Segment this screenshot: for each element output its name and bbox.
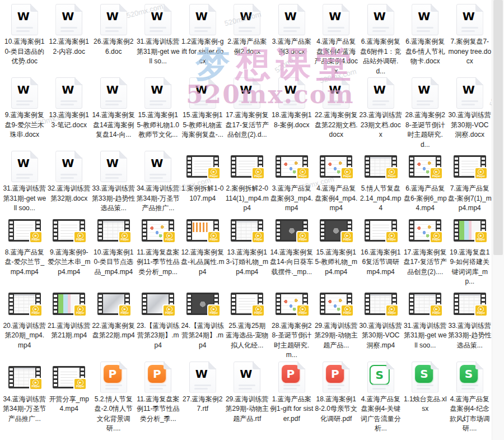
file-item[interactable]: W 34.蓝海训练营第34期-万圣节产品推广...	[136, 151, 180, 214]
file-name-label: 4.蓝海产品复盘案例4-纪念款风灯市场调研....	[448, 395, 492, 434]
file-item[interactable]: W 10.蓝海案例10-类目选品的优势.doc	[2, 4, 46, 67]
text-line-decoration	[461, 27, 478, 29]
file-item[interactable]: Player 14.蓝海案例复盘14-向日葵车载摆件._mp...	[269, 215, 314, 277]
app-logo-icon: W	[59, 7, 77, 25]
app-logo-icon: W	[371, 81, 389, 99]
file-item[interactable]: W 26.蓝海案例26.doc	[91, 4, 136, 57]
file-item[interactable]: Player 6.蓝海产品复盘6-案例6_mp4.mp4	[403, 151, 447, 214]
file-icon: Player	[409, 215, 441, 246]
file-item[interactable]: Player 23.【蓝海训练营第23期】.mp4	[136, 289, 180, 351]
file-icon: W	[412, 78, 438, 108]
file-item[interactable]: W 27.蓝海案例27.rtf	[180, 362, 225, 414]
app-logo-icon: W	[237, 7, 255, 25]
file-item[interactable]: Player 24.【蓝海训练营第24期】.mp4	[180, 289, 225, 351]
file-name-label: 23.【蓝海训练营第23期】.mp4	[136, 321, 180, 351]
text-line-decoration	[417, 100, 433, 102]
file-item[interactable]: W 31.蓝海训练营第31期-get well soo...	[2, 151, 46, 214]
file-item[interactable]: W 17.蓝海案例复盘17-复活节产品创意(2).d...	[225, 78, 269, 140]
file-item[interactable]: P 11.蓝海复盘案例11-季节性品类分析_季...	[136, 362, 180, 424]
file-item[interactable]: W 33.蓝海训练营第33期-趋势性选品策...	[91, 151, 136, 214]
text-line-decoration	[60, 177, 74, 179]
file-item[interactable]: P 1.蓝海产品案例1-gift for sister.pdf	[269, 362, 314, 424]
file-item[interactable]: Player 28.蓝海案例28-圣诞节倒计时主题研究.m...	[269, 289, 314, 360]
document-page-icon: W	[11, 151, 38, 182]
file-item[interactable]: Player 13.蓝海案例13-订婚礼物_mp4.mp4	[225, 215, 269, 277]
file-item[interactable]: Player 8.蓝海产品复盘-爱尔兰节_mp4.mp4	[2, 215, 46, 277]
file-item[interactable]: W 15.蓝海案例15-教师礼物1.0 教师节文化...	[136, 78, 180, 140]
player-badge-label: Player	[432, 312, 441, 315]
file-item[interactable]: Player 3.蓝海产品复盘案例3_mp4.mp4	[269, 151, 314, 214]
text-line-decoration	[60, 27, 77, 29]
file-item[interactable]: W 6.蓝海案例复盘6-情人节礼物卡.docx	[403, 4, 447, 67]
document-page-icon: W	[189, 362, 216, 393]
file-item[interactable]: Player 20.蓝海训练营第20期_mp4.mp4	[2, 289, 46, 351]
video-file-icon: Player	[454, 155, 486, 178]
file-item[interactable]: Player 4.蓝海产品复盘案例4_mp4.mp4	[314, 151, 358, 214]
file-item[interactable]: W 1.2蓝海案例-gift for sister.docx	[180, 4, 225, 67]
file-item[interactable]: W 6.蓝海案例复盘6附件1：竞品站外调研.d...	[358, 4, 403, 76]
file-name-label: 15.蓝海案例15-教师礼物_mp4.mp4	[314, 248, 358, 277]
file-item[interactable]: Player 31.蓝海训练营第31期-get well soo...	[403, 289, 447, 351]
file-item[interactable]: W 22.蓝海案例复盘第22期文档.docx	[314, 78, 358, 140]
file-item[interactable]: Player 开营分享_mp4.mp4	[47, 362, 91, 414]
file-item[interactable]: Player 7.蓝海产品复盘-案例7(1)_mp4.mp4	[447, 151, 492, 214]
file-item[interactable]: Player 17.蓝海案例复盘17-复活节产品创意(2)....	[403, 215, 447, 277]
file-item[interactable]: W 23.蓝海训练营23期文档.docx	[358, 78, 403, 140]
file-item[interactable]: S 1.1烛台竞品.xlsx	[403, 362, 447, 414]
file-item[interactable]: Player 22.蓝海案例复盘第22期.mp4	[91, 289, 136, 341]
file-item[interactable]: Player 25.蓝海25期 蓝海选品-宠物拟人化经...	[225, 289, 269, 351]
file-item[interactable]: Player 33.蓝海训练营第33期-趋势性选品策...	[447, 289, 492, 351]
file-item[interactable]: W 2.蓝海产品案例2.docx	[225, 4, 269, 57]
file-item[interactable]: P 5.2.情人节复盘-2.0情人节文化背景调研....	[91, 362, 136, 434]
file-item[interactable]: Player 9.蓝海案例9-爱尔兰木串_mp4.mp4	[47, 215, 91, 277]
file-item[interactable]: W 32.蓝海训练营第32期.docx	[47, 151, 91, 203]
file-item[interactable]: W 3.蓝海产品案例3.docx	[269, 4, 314, 57]
file-item[interactable]: Player 19.蓝海复盘19-如何搭建关键词词库_mp...	[447, 215, 492, 287]
file-item[interactable]: S 4.蓝海产品复盘案例4-纪念款风灯市场调研....	[447, 362, 492, 434]
file-item[interactable]: S 4.蓝海产品复盘案例4-关键词广告流量分析...	[358, 362, 403, 434]
file-name-label: 8.蓝海产品复盘-爱尔兰节_mp4.mp4	[3, 248, 46, 277]
file-item[interactable]: Player 11.蓝海复盘案例11-季节性品类分析_mp...	[136, 215, 180, 277]
file-name-label: 21.蓝海训练营第21期.mp4	[47, 321, 91, 341]
file-item[interactable]: Player 2.案例拆解2-0114(1)_mp4.mp4	[225, 151, 269, 214]
file-icon: Player	[186, 289, 219, 319]
file-item[interactable]: W 7.案例复盘7-money tree.docx	[447, 4, 492, 67]
file-item[interactable]: Player 1.案例拆解1-0107.mp4	[180, 151, 225, 203]
file-item[interactable]: Player 21.蓝海训练营第21期.mp4	[47, 289, 91, 341]
text-line-decoration	[60, 30, 74, 32]
file-item[interactable]: Player 16.蓝海案例16复活节调研 mp4.mp4	[358, 215, 403, 277]
file-item[interactable]: W 12.蓝海案例12-内容.doc	[47, 4, 91, 57]
film-holes-icon	[410, 294, 413, 313]
file-item[interactable]: W 4.蓝海产品复盘案例4-蓝海产品案例4.docx	[314, 4, 358, 76]
app-logo-icon: W	[460, 81, 478, 99]
file-item[interactable]: W 18.蓝海案例18-案例.docx	[269, 78, 314, 130]
file-item[interactable]: W 13.蓝海案例13-笔记.docx	[47, 78, 91, 130]
file-item[interactable]: W 28.蓝海案例28-圣诞节倒计时主题研究.d...	[403, 78, 447, 150]
text-line-decoration	[16, 100, 33, 102]
file-item[interactable]: Player 30.蓝海训练营第30期-VOC洞察.mp4	[358, 289, 403, 351]
file-item[interactable]: W 29.蓝海训练营第29期-动物主题产品.rtf	[225, 362, 269, 424]
file-item[interactable]: Player 5.情人节复盘 2.14_mp4.mp4	[358, 151, 403, 214]
play-icon	[478, 306, 484, 312]
file-item[interactable]: W 15.蓝海案例15-教师礼物蓝海案例复盘-...	[180, 78, 225, 140]
file-item[interactable]: Player 15.蓝海案例15-教师礼物_mp4.mp4	[314, 215, 358, 277]
file-item[interactable]: Player 34.蓝海训练营第34期-万圣节产品推广...	[2, 362, 46, 424]
file-item[interactable]: Player 29.蓝海训练营第29期-动物主题产品...	[314, 289, 358, 351]
file-item[interactable]: W 14.蓝海案例复盘14蓝海案例复盘14-向...	[91, 78, 136, 140]
file-item[interactable]: P 18.蓝海案例18-2.0母亲节文化调研.pdf	[314, 362, 358, 424]
file-item[interactable]: Player 10.蓝海案例10-类目节点选品_mp4.mp4	[91, 215, 136, 277]
player-badge-icon: Player	[29, 378, 43, 390]
file-item[interactable]: W 9.蓝海案例复盘9-爱尔兰木珠串.docx	[2, 78, 46, 140]
file-icon: W	[278, 78, 305, 108]
player-badge-label: Player	[343, 312, 352, 315]
file-item[interactable]: W 30.蓝海训练营第30期-VOC洞察.docx	[447, 78, 492, 140]
video-file-icon: Player	[53, 293, 85, 315]
play-icon	[255, 233, 262, 239]
file-icon: Player	[454, 289, 486, 319]
file-item[interactable]: W 31.蓝海训练营第31期-get well so...	[136, 4, 180, 67]
app-logo-icon: W	[371, 7, 389, 25]
scrollbar-thumb[interactable]	[493, 0, 503, 255]
file-item[interactable]: Player 12.蓝海案例复盘-礼品属性.mp4	[180, 215, 225, 277]
scrollbar[interactable]	[492, 0, 504, 440]
text-line-decoration	[150, 388, 163, 390]
